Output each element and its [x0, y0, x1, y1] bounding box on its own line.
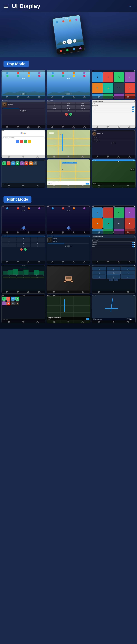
night-photo-screen[interactable]: ●●● ▐▌	[46, 265, 90, 294]
day-apps-screen[interactable]: ●●● 20:08 ▐▌ 📱 🎵 📞 ⚙️ 🗺️ 📻 BT ▶ 🔵	[92, 70, 136, 99]
dots-icon[interactable]: ···	[129, 4, 133, 8]
day-row-2: Bluetooth_Music ◁ Music Title Music Albu…	[2, 100, 136, 128]
day-map-screen[interactable]: 📍 E Camino Ave MAIL BT APPS	[46, 130, 90, 158]
night-carplay-screen[interactable]: ●●● 19:33 ▐▌ 📞 🎵 🗺️ 💬 🎙️ 📰 ⚙️	[2, 295, 46, 324]
night-music-screen[interactable]: Bluetooth_Music ◁ Music Title Music Albu…	[46, 235, 90, 264]
night-home-screen-2[interactable]: ●●● 20:08 ▐▌ 20:08	[46, 206, 90, 234]
night-navi-map-screen[interactable]: 📍 19:18 ETA 3.0 mi Sunny Coffee Golden R…	[46, 295, 90, 324]
day-navi-screen-1[interactable]: Sunny Coffee Golden Restaurant 📍 Sunny C…	[46, 159, 90, 188]
day-home-screen-2[interactable]: ●●● 20:08 ▐▌	[46, 70, 90, 99]
day-music-screen[interactable]: Bluetooth_Music ◁ Music Title Music Albu…	[2, 100, 46, 128]
night-row-1: ●●● 20:08 ▐▌ 20:08	[2, 206, 136, 234]
menu-icon[interactable]	[4, 3, 10, 9]
night-apps-screen[interactable]: ●●● 20:08 ▐▌ 📱 🎵 📞 ⚙️ 🗺️ 📻 BT ▶ 🔵	[92, 206, 136, 234]
night-navi-screen[interactable]: 38:03 ● ▐▌ ↑ N ↖ NW	[92, 265, 136, 294]
day-google-screen[interactable]: ●●●▐▌ Google 🔍 Search or type URL	[2, 130, 46, 158]
day-local-music-screen[interactable]: LocalMusic ◁ 华夏_风光.mp3 华夏_风光.mp3 ▶	[92, 130, 136, 158]
night-mode-label: Night Mode	[4, 196, 32, 203]
day-navi-screen-2[interactable]: 19:18 ETA 3.0 mi Start on Start on Gonap…	[92, 159, 136, 188]
day-carplay-screen[interactable]: ●●● 19:33 ▐▌ 📞 🎵 🗺️ 💬 🎙️ 📰 🏠 ⚙️	[2, 159, 46, 188]
day-row-1: ●●● 20:08 ▐▌	[2, 70, 136, 99]
hero-device: 20:08 ⏮ ⏸ ⏭	[52, 15, 85, 54]
night-row-2: Bluetooth_Call ◁ 1 2 3 4 5 6 7 8 9 *	[2, 235, 136, 264]
night-phone-screen[interactable]: Bluetooth_Call ◁ 1 2 3 4 5 6 7 8 9 *	[2, 235, 46, 264]
night-row-3: ●●● 1:58 A ▐▌ ━━━━━━━━━━━━━	[2, 265, 136, 294]
night-bluetooth-screen[interactable]: Bluetooth_Settings ◁ Device name CarBT D…	[92, 235, 136, 264]
hero-section: 20:08 ⏮ ⏸ ⏭	[0, 12, 137, 57]
header: UI Display ···	[0, 0, 137, 12]
go-button[interactable]: GO	[86, 183, 89, 184]
day-mode-label: Day Mode	[4, 60, 29, 67]
bt-header: Bluetooth_Settings ◁	[92, 100, 136, 102]
day-bluetooth-screen[interactable]: Bluetooth_Settings ◁ CarBT Device pin 00…	[92, 100, 136, 128]
night-go-button[interactable]: GO	[86, 318, 89, 320]
day-mode-section: Day Mode ●●● 20:08 ▐▌	[0, 57, 137, 192]
day-phone-screen[interactable]: Bluetooth_Call ◁ 1 2 ABC 3 DEF 4 GHI 5 J…	[46, 100, 90, 128]
page-title: UI Display	[12, 3, 40, 10]
day-home-screen-1[interactable]: ●●● 20:08 ▐▌	[2, 70, 46, 99]
night-home-screen-1[interactable]: ●●● 20:08 ▐▌ 20:08	[2, 206, 46, 234]
night-row-4: ●●● 19:33 ▐▌ 📞 🎵 🗺️ 💬 🎙️ 📰 ⚙️	[2, 295, 136, 324]
day-row-4: ●●● 19:33 ▐▌ 📞 🎵 🗺️ 💬 🎙️ 📰 🏠 ⚙️	[2, 159, 136, 188]
night-equalizer-screen[interactable]: ●●● 1:58 A ▐▌ ━━━━━━━━━━━━━	[2, 265, 46, 294]
day-row-3: ●●●▐▌ Google 🔍 Search or type URL	[2, 130, 136, 158]
night-mode-section: Night Mode ●●● 20:08 ▐▌	[0, 192, 137, 328]
night-route-screen[interactable]: 19:18 ETA 3.0 mi Start on Start on Gonap…	[92, 295, 136, 324]
